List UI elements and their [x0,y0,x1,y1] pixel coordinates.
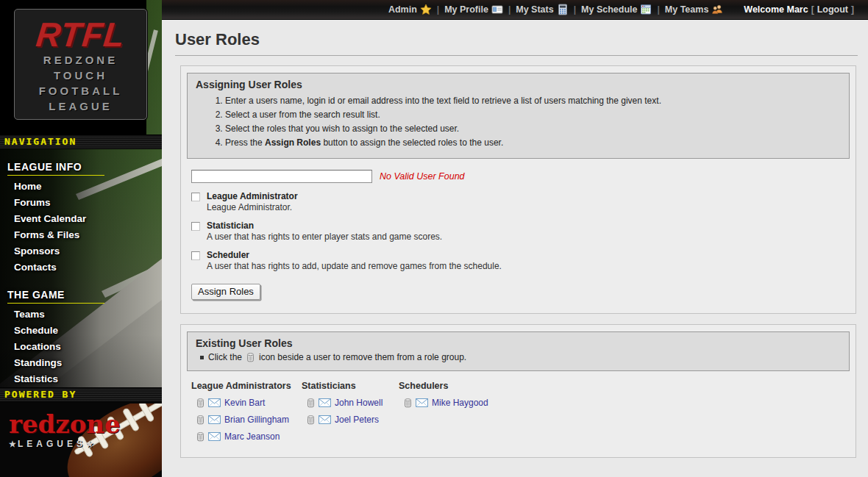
role-checkbox-scheduler[interactable] [191,251,200,260]
star-glyph: ★ [86,440,95,448]
redzone-wordmark: redzone [9,411,162,437]
star-icon [420,4,432,15]
topbar-separator: | [574,4,576,15]
logout-bracket: ] [851,4,854,15]
user-row: Joel Peters [307,415,399,425]
remove-user-icon[interactable] [196,398,204,408]
user-name: Joel Peters [335,415,379,425]
existing-user-roles-panel: Existing User Roles Click the icon besid… [180,324,856,458]
sidebar-item-locations[interactable]: Locations [7,339,162,355]
email-user-icon[interactable] [319,415,331,424]
email-user-icon[interactable] [319,398,331,407]
rtfl-logo-line: FOOTBALL [15,83,146,98]
group-title: Schedulers [399,381,509,391]
topbar-my-stats-link[interactable]: My Stats [516,4,568,15]
page-title: User Roles [175,30,858,49]
leagues-wordmark: ★LEAGUES★ [9,439,162,449]
trash-bin-icon [246,352,255,362]
calculator-icon [557,4,569,15]
user-row: Brian Gillingham [196,415,302,425]
role-option-text: Statistician A user that has rights to e… [207,220,442,242]
rtfl-logo-acronym: RTFL [13,17,148,52]
remove-user-icon[interactable] [196,431,204,442]
existing-user-roles-heading: Existing User Roles [196,337,841,349]
bullet-marker [200,356,204,359]
topbar-separator: | [437,4,439,15]
sidebar-item-forms-files[interactable]: Forms & Files [7,227,162,243]
email-user-icon[interactable] [208,415,221,424]
group-league-administrators: League Administrators Kevin Bart Brian G… [191,381,302,448]
topbar-my-teams-link[interactable]: My Teams [665,4,724,15]
role-description: A user that has rights to add, update an… [207,261,502,271]
topbar-separator: | [508,4,511,15]
remove-user-icon[interactable] [404,398,412,408]
topbar-my-schedule-link[interactable]: My Schedule [581,4,652,15]
assign-instruction-step: Enter a users name, login id or email ad… [225,96,841,106]
existing-user-roles-box: Existing User Roles Click the icon besid… [187,331,850,371]
role-option-text: Scheduler A user that has rights to add,… [207,250,502,271]
calendar-icon [640,4,652,15]
sidebar-item-contacts[interactable]: Contacts [7,259,162,276]
group-schedulers: Schedulers Mike Haygood [399,381,509,448]
sidebar-item-home[interactable]: Home [7,179,162,195]
assign-instructions-list: Enter a users name, login id or email ad… [213,96,841,148]
remove-user-icon[interactable] [307,415,315,425]
title-divider [175,55,858,56]
navigation-banner-label: NAVIGATION [4,136,77,147]
role-name: Scheduler [207,250,502,260]
powered-by-banner: POWERED BY [0,387,162,402]
star-glyph: ★ [9,440,18,448]
sidebar-item-teams[interactable]: Teams [7,306,162,323]
welcome-message: Welcome Marc [744,4,808,15]
rtfl-logo-line: REDZONE [15,52,146,68]
email-user-icon[interactable] [416,398,428,407]
section-title-league-info: LEAGUE INFO [7,161,104,176]
topbar: Admin | My Profile | My Stats | My Sched… [162,0,868,20]
user-name: Brian Gillingham [224,415,289,425]
topbar-my-profile-link[interactable]: My Profile [444,4,503,15]
sidebar-item-standings[interactable]: Standings [7,355,162,371]
rtfl-logo-line: LEAGUE [15,98,146,114]
topbar-admin-link[interactable]: Admin [388,4,432,15]
redzone-leagues-logo[interactable]: redzone ★LEAGUES★ [0,402,162,477]
sidebar-item-schedule[interactable]: Schedule [7,323,162,339]
sidebar-item-event-calendar[interactable]: Event Calendar [7,211,162,227]
sidebar-item-statistics[interactable]: Statistics [7,371,162,387]
league-logo-area: RTFL REDZONE TOUCH FOOTBALL LEAGUE [0,0,162,135]
user-row: John Howell [307,398,399,408]
group-title: Statisticians [302,381,399,391]
user-search-row: No Valid User Found [191,170,850,183]
role-groups: League Administrators Kevin Bart Brian G… [191,381,850,448]
navigation-banner: NAVIGATION [0,135,162,149]
assigning-user-roles-box: Assigning User Roles Enter a users name,… [187,73,850,159]
section-title-the-game: THE GAME [7,289,104,304]
user-row: Kevin Bart [196,398,302,408]
vcard-icon [491,4,503,15]
email-user-icon[interactable] [208,398,221,407]
email-user-icon[interactable] [208,432,221,441]
remove-user-icon[interactable] [307,398,315,408]
no-valid-user-message: No Valid User Found [380,171,465,182]
user-name: John Howell [335,398,383,408]
remove-user-icon[interactable] [196,415,204,425]
role-option-row: Statistician A user that has rights to e… [191,220,850,242]
sidebar-nav: LEAGUE INFO Home Forums Event Calendar F… [0,149,162,387]
group-icon [711,4,723,15]
remove-instruction: Click the icon beside a user to remove t… [200,352,841,362]
user-name: Marc Jeanson [224,431,280,442]
group-title: League Administrators [191,381,302,391]
assign-roles-button[interactable]: Assign Roles [191,284,260,300]
assign-instruction-step: Select the roles that you wish to assign… [225,123,841,134]
role-checkbox-league-administrator[interactable] [191,193,200,201]
powered-by-banner-label: POWERED BY [4,389,77,400]
role-checkbox-statistician[interactable] [191,222,200,231]
user-search-input[interactable] [191,170,372,183]
logout-link[interactable]: Logout [817,4,848,15]
sidebar-item-sponsors[interactable]: Sponsors [7,243,162,259]
role-option-row: League Administrator League Administrato… [191,191,850,212]
sidebar-item-forums[interactable]: Forums [7,195,162,211]
app-root: RTFL REDZONE TOUCH FOOTBALL LEAGUE NAVIG… [0,0,868,477]
rtfl-logo[interactable]: RTFL REDZONE TOUCH FOOTBALL LEAGUE [14,9,147,120]
assign-instruction-step: Select a user from the search result lis… [225,110,841,120]
sidebar: RTFL REDZONE TOUCH FOOTBALL LEAGUE NAVIG… [0,0,162,477]
